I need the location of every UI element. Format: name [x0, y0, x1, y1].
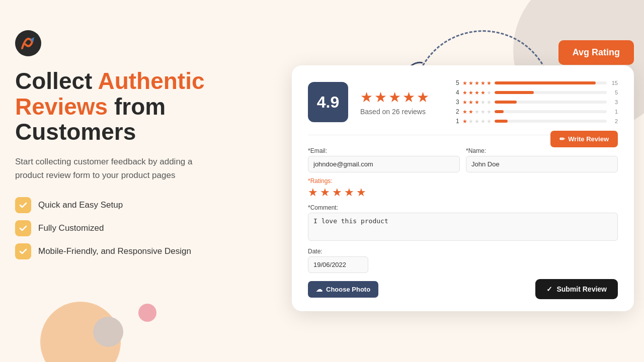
big-score: 4.9 [308, 82, 348, 122]
headline-authentic: Authentic [98, 68, 204, 94]
bar-star: ★ [462, 99, 467, 106]
input-star-3[interactable]: ★ [332, 186, 342, 199]
bar-fill [495, 101, 517, 104]
bar-star: ★ [462, 80, 467, 86]
comment-label-text: *Comment: [308, 204, 338, 211]
bar-star: ★ [468, 89, 473, 96]
bar-num: 3 [454, 99, 459, 106]
bar-count: 2 [610, 118, 618, 124]
input-star-4[interactable]: ★ [344, 186, 354, 199]
bar-track [495, 91, 607, 94]
input-star-5[interactable]: ★ [356, 186, 366, 199]
feature-list: Quick and Easy Setup Fully Customized Mo… [15, 197, 247, 259]
comment-group: *Comment: [308, 204, 618, 243]
comment-textarea[interactable] [308, 213, 618, 241]
email-input[interactable] [308, 156, 460, 172]
big-star-2: ★ [374, 89, 387, 106]
pencil-icon: ✏ [559, 135, 565, 143]
headline-customers: Customers [15, 119, 136, 145]
review-card: 4.9 ★ ★ ★ ★ ★ Based on 26 reviews 5★★★★★… [292, 65, 634, 311]
name-label-text: *Name: [466, 147, 486, 154]
bar-row-3: 3★★★★★3 [454, 99, 618, 106]
bar-track [495, 110, 607, 113]
submit-review-button[interactable]: ✓ Submit Review [535, 279, 618, 299]
bar-star: ★ [468, 99, 473, 106]
bar-star: ★ [462, 118, 467, 125]
big-star-1: ★ [360, 89, 373, 106]
email-label: *Email: [308, 147, 460, 154]
rating-summary: 4.9 ★ ★ ★ ★ ★ Based on 26 reviews 5★★★★★… [308, 79, 618, 135]
headline-reviews: Reviews [15, 94, 108, 120]
headline-from: from [108, 94, 166, 120]
date-input[interactable] [308, 256, 368, 273]
bar-num: 2 [454, 108, 459, 115]
rating-stars-input[interactable]: ★ ★ ★ ★ ★ [308, 186, 618, 199]
cloud-upload-icon: ☁ [316, 286, 323, 293]
bar-count: 15 [610, 80, 618, 86]
review-form: *Email: *Name: *Ratings: ★ ★ ★ ★ ★ [308, 147, 618, 299]
bar-star: ★ [480, 80, 486, 86]
bar-stars: ★★★★★ [462, 109, 492, 115]
check-icon-3 [15, 243, 31, 259]
bar-star: ★ [462, 89, 467, 96]
bar-star: ★ [487, 99, 492, 106]
svg-point-1 [15, 30, 41, 56]
bar-row-4: 4★★★★★5 [454, 89, 618, 96]
rating-info: ★ ★ ★ ★ ★ Based on 26 reviews [360, 89, 442, 116]
feature-label-1: Quick and Easy Setup [38, 200, 123, 210]
bar-star: ★ [487, 118, 492, 125]
bar-num: 1 [454, 118, 459, 125]
email-label-text: *Email: [308, 147, 327, 154]
comment-label: *Comment: [308, 204, 618, 211]
avg-rating-badge: Avg Rating [558, 40, 634, 65]
write-review-button[interactable]: ✏ Write Review [550, 131, 618, 147]
bar-star: ★ [474, 89, 479, 96]
feature-item-3: Mobile-Friendly, and Responsive Design [15, 243, 247, 259]
big-stars: ★ ★ ★ ★ ★ [360, 89, 442, 106]
check-icon-1 [15, 197, 31, 213]
feature-item-2: Fully Customized [15, 220, 247, 236]
input-star-2[interactable]: ★ [320, 186, 330, 199]
bar-star: ★ [468, 80, 473, 86]
name-group: *Name: [466, 147, 618, 172]
bar-fill [495, 91, 534, 94]
bar-star: ★ [480, 99, 486, 106]
choose-photo-button[interactable]: ☁ Choose Photo [308, 281, 378, 298]
bar-stars: ★★★★★ [462, 80, 492, 86]
checkmark-icon: ✓ [546, 285, 552, 293]
based-on: Based on 26 reviews [360, 108, 442, 116]
email-group: *Email: [308, 147, 460, 172]
name-input[interactable] [466, 156, 618, 172]
left-panel: Collect Authentic Reviews from Customers… [15, 30, 247, 266]
bar-star: ★ [468, 118, 473, 125]
bar-track [495, 120, 607, 123]
bar-star: ★ [474, 109, 479, 115]
input-star-1[interactable]: ★ [308, 186, 318, 199]
write-review-label: Write Review [568, 135, 609, 143]
bar-star: ★ [487, 89, 492, 96]
ratings-group: *Ratings: ★ ★ ★ ★ ★ [308, 177, 618, 199]
submit-review-label: Submit Review [556, 285, 607, 293]
bar-star: ★ [480, 118, 486, 125]
headline-collect: Collect [15, 68, 98, 94]
bar-star: ★ [462, 109, 467, 115]
bar-fill [495, 81, 596, 84]
choose-photo-label: Choose Photo [326, 286, 370, 293]
bar-star: ★ [487, 109, 492, 115]
bar-star: ★ [468, 109, 473, 115]
ratings-label: *Ratings: [308, 177, 618, 185]
form-row-email-name: *Email: *Name: [308, 147, 618, 177]
bar-track [495, 81, 607, 84]
bar-count: 5 [610, 89, 618, 96]
bar-row-5: 5★★★★★15 [454, 79, 618, 86]
bar-star: ★ [480, 109, 486, 115]
bar-star: ★ [474, 118, 479, 125]
date-group: Date: [308, 248, 618, 273]
bar-stars: ★★★★★ [462, 99, 492, 106]
big-star-4: ★ [403, 89, 415, 106]
bar-stars: ★★★★★ [462, 118, 492, 125]
date-label: Date: [308, 248, 618, 255]
bar-star: ★ [487, 80, 492, 86]
rating-bars: 5★★★★★154★★★★★53★★★★★32★★★★★11★★★★★2 [454, 79, 618, 125]
bg-circle-pink [138, 304, 156, 322]
